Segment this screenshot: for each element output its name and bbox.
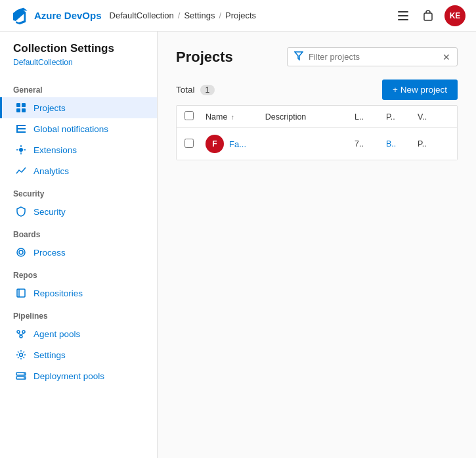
content-header: Projects ✕ (176, 47, 458, 66)
security-icon (15, 206, 27, 218)
svg-rect-15 (17, 289, 25, 297)
sidebar-section-boards: Boards (0, 222, 157, 242)
sidebar-label-extensions: Extensions (33, 145, 77, 155)
filter-box: ✕ (287, 47, 458, 66)
table-toolbar: Total 1 + New project (176, 80, 458, 100)
svg-point-19 (20, 335, 22, 338)
sidebar-item-repositories[interactable]: Repositories (0, 283, 157, 304)
row-checkbox[interactable] (184, 139, 194, 148)
header-process: P.. (386, 112, 418, 122)
brand-link[interactable]: Azure DevOps (11, 7, 102, 25)
filter-icon (294, 51, 303, 62)
row-process[interactable]: B.. (386, 139, 418, 149)
svg-point-25 (24, 373, 25, 375)
sidebar-item-analytics[interactable]: Analytics (0, 160, 157, 181)
deployment-pools-icon (15, 370, 27, 382)
svg-point-12 (19, 148, 23, 152)
svg-point-17 (17, 331, 20, 333)
table-header: Name ↑ Description L.. P.. V.. (177, 106, 457, 128)
svg-rect-1 (398, 15, 408, 16)
sort-icon: ↑ (231, 114, 234, 121)
project-avatar: F (206, 135, 224, 153)
svg-rect-9 (16, 128, 26, 129)
sidebar: Collection Settings DefaultCollection Ge… (0, 32, 158, 458)
header-description: Description (265, 112, 355, 122)
nav-icons: KE (395, 5, 465, 26)
total-label: Total 1 (176, 85, 215, 95)
sidebar-section-general: General (0, 78, 157, 97)
filter-close-button[interactable]: ✕ (443, 52, 450, 62)
svg-rect-8 (16, 125, 26, 126)
sidebar-label-global-notifications: Global notifications (33, 124, 108, 134)
analytics-icon (15, 165, 27, 177)
header-name[interactable]: Name ↑ (206, 112, 265, 122)
svg-rect-3 (424, 13, 432, 20)
sidebar-item-projects[interactable]: Projects (0, 97, 157, 118)
top-nav: Azure DevOps DefaultCollection / Setting… (0, 0, 476, 32)
sidebar-label-security: Security (33, 207, 66, 217)
svg-rect-0 (398, 11, 408, 12)
svg-rect-6 (16, 108, 20, 112)
page-title: Projects (176, 49, 233, 66)
agent-pools-icon (15, 328, 27, 340)
sidebar-item-deployment-pools[interactable]: Deployment pools (0, 365, 157, 386)
svg-rect-7 (22, 108, 26, 112)
sidebar-label-settings: Settings (33, 350, 66, 360)
sidebar-item-extensions[interactable]: Extensions (0, 139, 157, 160)
sidebar-section-pipelines: Pipelines (0, 304, 157, 323)
repositories-icon (15, 287, 27, 299)
svg-point-13 (19, 250, 23, 254)
sidebar-item-agent-pools[interactable]: Agent pools (0, 323, 157, 344)
global-notifications-icon (15, 123, 27, 135)
sidebar-label-repositories: Repositories (33, 288, 83, 298)
svg-rect-2 (398, 19, 408, 20)
header-version: V.. (418, 112, 449, 122)
row-version: P.. (418, 139, 449, 149)
azure-devops-logo (11, 7, 29, 25)
row-last: 7.. (355, 139, 386, 149)
main-layout: Collection Settings DefaultCollection Ge… (0, 32, 476, 458)
sidebar-section-security: Security (0, 181, 157, 201)
row-checkbox-col (184, 139, 206, 150)
sidebar-item-settings[interactable]: Settings (0, 344, 157, 365)
content-area: Projects ✕ Total 1 + New project (158, 32, 476, 458)
breadcrumb-settings[interactable]: Settings (184, 11, 215, 20)
shopping-bag-icon[interactable] (420, 7, 437, 24)
svg-point-22 (20, 354, 23, 357)
projects-table: Name ↑ Description L.. P.. V.. F Fa... 7… (176, 105, 458, 160)
settings-icon (15, 349, 27, 361)
process-icon (15, 246, 27, 258)
sidebar-label-deployment-pools: Deployment pools (33, 371, 104, 381)
breadcrumb-projects[interactable]: Projects (225, 11, 256, 20)
sidebar-label-process: Process (33, 248, 66, 258)
menu-icon[interactable] (395, 7, 412, 24)
user-avatar[interactable]: KE (444, 5, 465, 26)
sidebar-item-security[interactable]: Security (0, 201, 157, 222)
svg-point-26 (24, 377, 25, 378)
sidebar-item-process[interactable]: Process (0, 242, 157, 263)
sidebar-label-agent-pools: Agent pools (33, 329, 80, 339)
sidebar-subtitle: DefaultCollection (0, 58, 157, 78)
project-name[interactable]: Fa... (229, 139, 246, 149)
new-project-button[interactable]: + New project (382, 80, 458, 100)
svg-rect-5 (22, 103, 26, 107)
total-count-badge: 1 (200, 85, 215, 95)
svg-line-20 (18, 333, 21, 335)
filter-input[interactable] (309, 52, 437, 62)
sidebar-label-projects: Projects (33, 103, 66, 113)
svg-line-21 (21, 333, 24, 335)
svg-rect-10 (16, 131, 26, 133)
header-checkbox-col (184, 111, 206, 122)
svg-marker-27 (295, 52, 303, 60)
sidebar-label-analytics: Analytics (33, 166, 69, 176)
header-last: L.. (355, 112, 386, 122)
select-all-checkbox[interactable] (184, 111, 194, 120)
breadcrumb: DefaultCollection / Settings / Projects (110, 11, 387, 20)
sidebar-section-repos: Repos (0, 263, 157, 283)
projects-icon (15, 102, 27, 114)
table-row: F Fa... 7.. B.. P.. (177, 128, 457, 160)
sidebar-item-global-notifications[interactable]: Global notifications (0, 118, 157, 139)
breadcrumb-defaultcollection[interactable]: DefaultCollection (110, 11, 174, 20)
svg-point-18 (22, 331, 25, 333)
svg-rect-4 (16, 103, 20, 107)
